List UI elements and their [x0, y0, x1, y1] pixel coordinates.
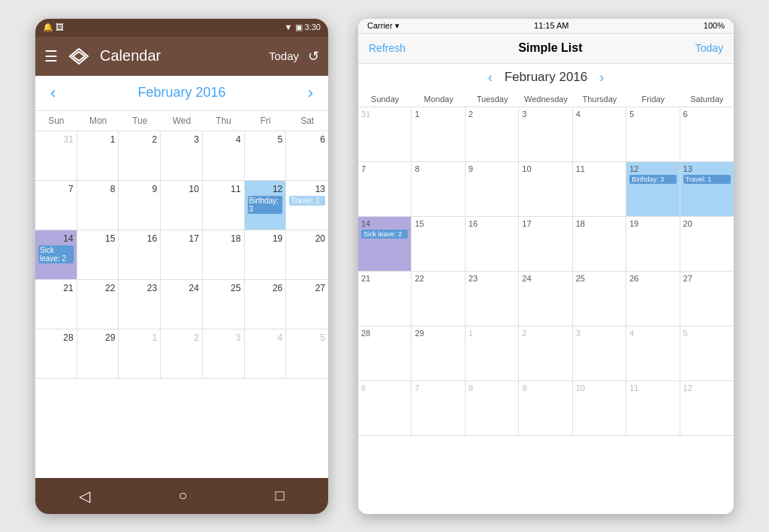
hamburger-icon[interactable]: ☰ — [44, 47, 58, 65]
android-cal-cell[interactable]: 21 — [35, 280, 77, 329]
android-cal-cell[interactable]: 26 — [245, 280, 287, 329]
ios-cal-cell[interactable]: 31 — [358, 107, 412, 161]
ios-cal-cell[interactable]: 12Birthday: 3 — [626, 162, 680, 216]
ios-cal-cell[interactable]: 29 — [412, 326, 465, 380]
ios-time: 11:15 AM — [534, 21, 568, 30]
android-cal-cell[interactable]: 12Birthday: 3 — [245, 181, 287, 230]
ios-cal-cell[interactable]: 16 — [466, 217, 519, 271]
ios-cal-cell[interactable]: 2 — [466, 107, 519, 161]
android-back-button[interactable]: ◁ — [79, 487, 90, 505]
ios-cal-cell[interactable]: 11 — [626, 381, 680, 435]
android-header-sat: Sat — [286, 111, 328, 131]
ios-cal-cell[interactable]: 5 — [680, 326, 734, 380]
ios-cal-cell[interactable]: 26 — [626, 272, 680, 326]
android-cal-cell[interactable]: 24 — [161, 280, 203, 329]
android-cal-cell[interactable]: 16 — [119, 230, 161, 279]
android-cal-cell[interactable]: 14Sick leave: 2 — [35, 230, 77, 279]
android-cal-cell[interactable]: 28 — [35, 329, 77, 378]
android-header-fri: Fri — [245, 111, 287, 131]
android-home-button[interactable]: ○ — [178, 487, 187, 504]
ios-cal-cell[interactable]: 24 — [519, 272, 572, 326]
ios-cal-cell[interactable]: 9 — [466, 162, 519, 216]
ios-cal-cell[interactable]: 7 — [412, 381, 465, 435]
ios-cal-cell[interactable]: 11 — [573, 162, 626, 216]
ios-event[interactable]: Birthday: 3 — [629, 175, 676, 184]
android-cal-cell[interactable]: 9 — [119, 181, 161, 230]
android-cal-cell[interactable]: 13Travel: 1 — [286, 181, 328, 230]
ios-cal-cell[interactable]: 6 — [680, 107, 734, 161]
ios-cal-cell[interactable]: 10 — [519, 162, 572, 216]
android-prev-month-button[interactable]: ‹ — [50, 83, 56, 103]
ios-cal-cell[interactable]: 10 — [573, 381, 626, 435]
ios-cal-cell[interactable]: 3 — [573, 326, 626, 380]
android-cal-cell[interactable]: 2 — [119, 131, 161, 180]
ios-cal-cell[interactable]: 4 — [626, 326, 680, 380]
android-event[interactable]: Sick leave: 2 — [38, 245, 74, 263]
android-recents-button[interactable]: □ — [275, 487, 284, 504]
android-header-sun: Sun — [35, 111, 77, 131]
android-cal-cell[interactable]: 18 — [203, 230, 245, 279]
android-cal-cell[interactable]: 4 — [245, 329, 287, 378]
android-cal-cell[interactable]: 20 — [286, 230, 328, 279]
android-cal-cell[interactable]: 1 — [77, 131, 119, 180]
ios-prev-month-button[interactable]: ‹ — [488, 70, 493, 86]
android-cal-cell[interactable]: 19 — [245, 230, 287, 279]
ios-cal-cell[interactable]: 18 — [573, 217, 626, 271]
ios-event[interactable]: Travel: 1 — [683, 175, 731, 184]
android-cal-cell[interactable]: 23 — [119, 280, 161, 329]
android-cal-cell[interactable]: 4 — [203, 131, 245, 180]
android-cal-cell[interactable]: 5 — [286, 329, 328, 378]
ios-cal-cell[interactable]: 8 — [412, 162, 465, 216]
android-cal-cell[interactable]: 22 — [77, 280, 119, 329]
ios-cal-cell[interactable]: 7 — [358, 162, 412, 216]
android-cal-cell[interactable]: 5 — [245, 131, 287, 180]
android-day-number: 22 — [80, 283, 116, 293]
ios-cal-cell[interactable]: 6 — [358, 381, 412, 435]
ios-cal-cell[interactable]: 19 — [626, 217, 680, 271]
ios-cal-cell[interactable]: 28 — [358, 326, 412, 380]
android-next-month-button[interactable]: › — [308, 83, 313, 103]
android-cal-cell[interactable]: 17 — [161, 230, 203, 279]
ios-cal-cell[interactable]: 27 — [680, 272, 734, 326]
ios-cal-cell[interactable]: 2 — [519, 326, 572, 380]
android-cal-cell[interactable]: 27 — [286, 280, 328, 329]
ios-cal-cell[interactable]: 3 — [519, 107, 572, 161]
ios-today-button[interactable]: Today — [695, 42, 723, 54]
ios-cal-cell[interactable]: 8 — [466, 381, 519, 435]
ios-cal-cell[interactable]: 1 — [412, 107, 465, 161]
android-cal-cell[interactable]: 1 — [119, 329, 161, 378]
android-event[interactable]: Birthday: 3 — [248, 196, 283, 214]
ios-refresh-button[interactable]: Refresh — [369, 42, 406, 54]
android-cal-cell[interactable]: 3 — [203, 329, 245, 378]
ios-cal-cell[interactable]: 13Travel: 1 — [680, 162, 734, 216]
ios-cal-cell[interactable]: 17 — [519, 217, 572, 271]
android-cal-cell[interactable]: 6 — [286, 131, 328, 180]
android-cal-cell[interactable]: 25 — [203, 280, 245, 329]
ios-cal-cell[interactable]: 5 — [626, 107, 680, 161]
android-cal-cell[interactable]: 15 — [77, 230, 119, 279]
ios-cal-cell[interactable]: 1 — [466, 326, 519, 380]
android-refresh-icon[interactable]: ↺ — [308, 48, 319, 65]
android-cal-cell[interactable]: 11 — [203, 181, 245, 230]
ios-event[interactable]: Sick leave: 2 — [361, 230, 408, 239]
ios-cal-cell[interactable]: 4 — [573, 107, 626, 161]
android-cal-cell[interactable]: 8 — [77, 181, 119, 230]
android-cal-cell[interactable]: 7 — [35, 181, 77, 230]
ios-cal-cell[interactable]: 22 — [412, 272, 465, 326]
android-cal-cell[interactable]: 3 — [161, 131, 203, 180]
ios-next-month-button[interactable]: › — [599, 70, 604, 86]
ios-cal-cell[interactable]: 21 — [358, 272, 412, 326]
android-today-button[interactable]: Today — [269, 50, 299, 62]
ios-cal-cell[interactable]: 23 — [466, 272, 519, 326]
android-cal-cell[interactable]: 29 — [77, 329, 119, 378]
android-cal-cell[interactable]: 2 — [161, 329, 203, 378]
android-cal-cell[interactable]: 10 — [161, 181, 203, 230]
ios-cal-cell[interactable]: 14Sick leave: 2 — [358, 217, 412, 271]
android-event[interactable]: Travel: 1 — [289, 196, 325, 206]
ios-cal-cell[interactable]: 25 — [573, 272, 626, 326]
android-cal-cell[interactable]: 31 — [35, 131, 77, 180]
ios-cal-cell[interactable]: 20 — [680, 217, 734, 271]
ios-cal-cell[interactable]: 15 — [412, 217, 465, 271]
ios-cal-cell[interactable]: 9 — [519, 381, 572, 435]
ios-cal-cell[interactable]: 12 — [680, 381, 734, 435]
